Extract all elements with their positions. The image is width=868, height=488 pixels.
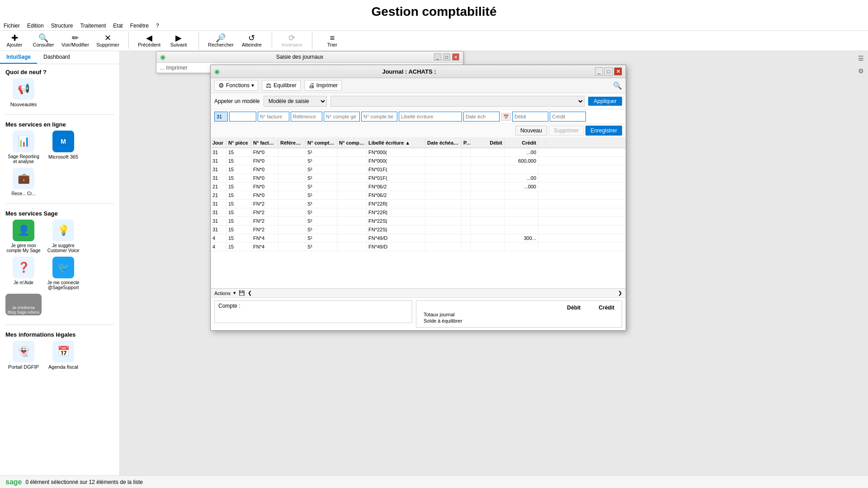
debit-input[interactable] bbox=[512, 112, 548, 122]
ref-input[interactable] bbox=[291, 112, 322, 122]
calendar-btn[interactable]: 📅 bbox=[501, 113, 511, 121]
toolbar-voir-modifier[interactable]: ✏ Voir/Modifier bbox=[61, 34, 89, 47]
nouveau-btn[interactable]: Nouveau bbox=[515, 126, 547, 136]
service-sage-reporting[interactable]: 📊 Sage Reporting et analyse bbox=[5, 131, 42, 164]
toolbar-suivant[interactable]: ▶ Suivant bbox=[168, 34, 189, 47]
facture-input[interactable] bbox=[258, 112, 289, 122]
totals-rows: Totaux journal Solde à équilibrer bbox=[420, 311, 618, 325]
actions-label[interactable]: Actions bbox=[214, 291, 231, 296]
model-select2[interactable] bbox=[330, 96, 585, 107]
toolbar-atteindre[interactable]: ↺ Atteindre bbox=[241, 34, 263, 47]
menu-edition[interactable]: Edition bbox=[27, 23, 44, 29]
grid-body[interactable]: 31 15 FN*0 S¹ FN*000( ...00 31 15 FN*0 bbox=[211, 148, 626, 288]
services-sage-grid: 👤 Je gère mon compte My Sage 💡 Je suggèr… bbox=[0, 220, 119, 323]
menu-etat[interactable]: Etat bbox=[113, 23, 123, 29]
blog-sage-icon: Je m'informeBlog Sage Advice bbox=[5, 294, 42, 315]
toolbar-ajouter[interactable]: ✚ Ajouter bbox=[4, 34, 25, 47]
tab-intuisage[interactable]: IntuiSage bbox=[0, 51, 37, 64]
inverseur-icon: ⟳ bbox=[288, 34, 295, 42]
sage-reporting-icon: 📊 bbox=[13, 131, 34, 152]
journal-maximize-btn[interactable]: □ bbox=[604, 67, 613, 75]
table-row: 31 15 FN*0 S¹ FN*000( 600,000 bbox=[211, 157, 626, 165]
tab-dashboard[interactable]: Dashboard bbox=[37, 51, 76, 64]
actions-nav-icon[interactable]: ❮ bbox=[248, 290, 252, 296]
date-ech-input[interactable] bbox=[463, 112, 500, 122]
rece-icon: 💼 bbox=[13, 168, 34, 189]
input-row: 📅 bbox=[211, 110, 626, 124]
menu-fenetre[interactable]: Fenêtre bbox=[130, 23, 149, 29]
compte-section: Compte : bbox=[214, 300, 412, 328]
journal-close-btn[interactable]: ✕ bbox=[614, 67, 622, 75]
journal-title: Journal : ACHATS : bbox=[223, 68, 595, 75]
status-text: 0 élément sélectionné sur 12 éléments de… bbox=[25, 479, 142, 485]
toolbar-trier[interactable]: ≡ Trier bbox=[321, 34, 343, 47]
service-microsoft365[interactable]: M Microsoft 365 bbox=[45, 131, 81, 164]
day-input[interactable] bbox=[214, 112, 228, 122]
left-panel: IntuiSage Dashboard Quoi de neuf ? 📢 Nou… bbox=[0, 51, 120, 488]
saisie-icon: ◉ bbox=[160, 53, 165, 61]
add-icon: ✚ bbox=[11, 34, 18, 42]
toolbar-consulter[interactable]: 🔍 Consulter bbox=[33, 34, 54, 47]
col-header-dateech: Date échéance bbox=[425, 139, 462, 146]
app-title: Gestion comptabilité bbox=[0, 0, 868, 21]
menu-help[interactable]: ? bbox=[156, 23, 159, 29]
saisie-maximize-btn[interactable]: □ bbox=[443, 53, 450, 61]
print-icon: 🖨 bbox=[308, 82, 315, 89]
settings-icon[interactable]: ⚙ bbox=[855, 66, 866, 76]
col-header-libelle[interactable]: Libellé écriture ▲ bbox=[367, 139, 425, 146]
libelle-input[interactable] bbox=[399, 112, 462, 122]
actions-scroll-right[interactable]: ❯ bbox=[618, 290, 622, 296]
equilibrer-btn[interactable]: ⚖ Equilibrer bbox=[262, 80, 301, 91]
credit-input[interactable] bbox=[550, 112, 586, 122]
cpte-t-input[interactable] bbox=[361, 112, 397, 122]
main-area: IntuiSage Dashboard Quoi de neuf ? 📢 Nou… bbox=[0, 51, 868, 488]
service-customer-voice[interactable]: 💡 Je suggère Customer Voice bbox=[45, 220, 81, 253]
saisie-close-btn[interactable]: ✕ bbox=[452, 53, 459, 61]
toolbar-precedent[interactable]: ◀ Précédent bbox=[138, 34, 160, 47]
toolbar-supprimer[interactable]: ✕ Supprimer bbox=[96, 34, 119, 47]
totals-area: Compte : Débit Crédit Totaux journal bbox=[211, 298, 626, 330]
actions-dropdown-icon[interactable]: ▾ bbox=[233, 290, 236, 296]
service-aide[interactable]: ❓ Je m'Aide bbox=[5, 257, 42, 290]
apply-btn[interactable]: Appliquer bbox=[588, 97, 622, 106]
service-blog-sage[interactable]: Je m'informeBlog Sage Advice bbox=[5, 294, 42, 317]
save-icon[interactable]: 💾 bbox=[239, 290, 245, 296]
section-services-en-ligne: Mes services en ligne bbox=[0, 117, 119, 131]
toolbar-rechercher[interactable]: 🔎 Rechercher bbox=[208, 34, 234, 47]
model-row: Appeler un modèle Modèle de saisie Appli… bbox=[211, 93, 626, 110]
fonctions-btn[interactable]: ⚙ Fonctions ▾ bbox=[214, 80, 258, 91]
totals-header: Débit Crédit bbox=[420, 303, 618, 311]
customer-voice-icon: 💡 bbox=[52, 220, 74, 241]
infos-legales-grid: 👻 Portail DGFIP 📅 Agenda fiscal bbox=[0, 341, 119, 375]
menu-traitement[interactable]: Traitement bbox=[80, 23, 106, 29]
journal-minimize-btn[interactable]: _ bbox=[595, 67, 603, 75]
model-select1[interactable]: Modèle de saisie bbox=[264, 96, 327, 107]
service-mon-compte[interactable]: 👤 Je gère mon compte My Sage bbox=[5, 220, 42, 253]
journal-window: ◉ Journal : ACHATS : _ □ ✕ ⚙ Fonctions ▾… bbox=[210, 65, 626, 331]
imprimer-btn[interactable]: 🖨 Imprimer bbox=[304, 80, 342, 91]
journal-bottom: Actions ▾ 💾 ❮ ❯ Compte : Débit bbox=[211, 288, 626, 330]
service-nouveautes[interactable]: 📢 Nouveautés bbox=[5, 78, 42, 107]
enregistrer-btn[interactable]: Enregistrer bbox=[585, 126, 622, 136]
saisie-minimize-btn[interactable]: _ bbox=[434, 53, 441, 61]
table-row: 31 15 FN*2 S¹ FN*22R| bbox=[211, 208, 626, 217]
service-agenda-fiscal[interactable]: 📅 Agenda fiscal bbox=[45, 341, 81, 370]
section-quoi-neuf: Quoi de neuf ? bbox=[0, 64, 119, 78]
solde-equilibrer-label: Solde à équilibrer bbox=[424, 318, 462, 324]
service-rece[interactable]: 💼 Rece... Cr... bbox=[5, 168, 42, 196]
journal-toolbar: ⚙ Fonctions ▾ ⚖ Equilibrer 🖨 Imprimer 🔍 bbox=[211, 78, 626, 93]
supprimer-btn[interactable]: Supprimer bbox=[549, 126, 584, 136]
service-sage-support[interactable]: 🐦 Je me connecte @SageSupport bbox=[45, 257, 81, 290]
col-header-jour: Jour bbox=[211, 139, 226, 146]
menu-structure[interactable]: Structure bbox=[51, 23, 73, 29]
menu-fichier[interactable]: Fichier bbox=[4, 23, 20, 29]
toolbar-sep4 bbox=[312, 33, 312, 49]
list-view-icon[interactable]: ☰ bbox=[855, 53, 866, 64]
solde-equilibrer-row: Solde à équilibrer bbox=[424, 318, 614, 324]
piece-input[interactable] bbox=[229, 112, 256, 122]
next-icon: ▶ bbox=[175, 34, 182, 42]
action-row: Nouveau Supprimer Enregistrer bbox=[211, 124, 626, 138]
journal-search-btn[interactable]: 🔍 bbox=[613, 81, 622, 90]
service-dgfip[interactable]: 👻 Portail DGFIP bbox=[5, 341, 42, 370]
cpte-g-input[interactable] bbox=[324, 112, 360, 122]
